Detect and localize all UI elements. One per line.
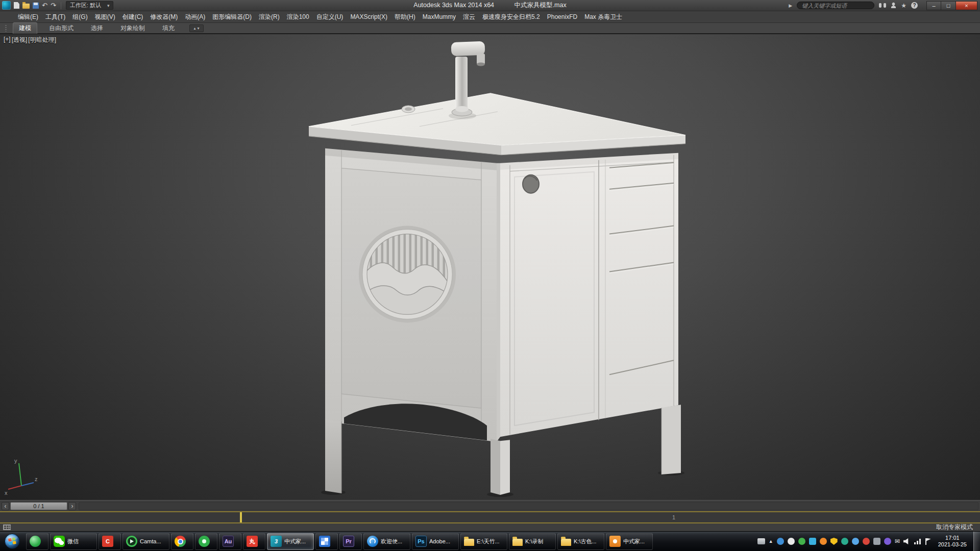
- tray-icon-teal[interactable]: [841, 538, 848, 545]
- redo-icon[interactable]: ↷: [51, 2, 56, 9]
- tray-printer-icon[interactable]: [757, 538, 765, 544]
- time-slider-handle[interactable]: 0 / 1: [10, 502, 67, 510]
- menu-edit[interactable]: 编辑(E): [14, 11, 42, 22]
- close-button[interactable]: ×: [956, 1, 977, 10]
- tab-freeform[interactable]: 自由形式: [43, 23, 79, 34]
- taskbar-3dsmax-document[interactable]: 3中式家...: [267, 533, 314, 550]
- taskbar-blue-tiles-app[interactable]: [315, 533, 338, 550]
- menu-maxscript[interactable]: MAXScript(X): [347, 11, 391, 22]
- tray-hidden-icons-arrow[interactable]: ▲: [769, 539, 773, 544]
- cancel-expert-mode-button[interactable]: 取消专家模式: [936, 523, 973, 532]
- tab-object-paint[interactable]: 对象绘制: [115, 23, 151, 34]
- tray-icon-white[interactable]: [788, 538, 795, 545]
- save-file-icon[interactable]: [33, 3, 39, 9]
- tray-envelope-icon[interactable]: ✉: [895, 538, 900, 544]
- tray-network-icon[interactable]: [914, 539, 921, 544]
- taskbar-wan-app[interactable]: 丸: [243, 533, 265, 550]
- menu-create[interactable]: 创建(C): [119, 11, 147, 22]
- help-icon[interactable]: ?: [911, 2, 918, 9]
- tray-volume-icon[interactable]: [903, 538, 911, 544]
- show-desktop-button[interactable]: [973, 532, 980, 551]
- title-bar: ↶ ↷ 工作区: 默认 ▾ Autodesk 3ds Max 2014 x64 …: [0, 0, 980, 11]
- search-binocular-icon[interactable]: [879, 3, 886, 8]
- tray-icon-skyblue[interactable]: [809, 538, 816, 545]
- ribbon-collapse-icon: ▴: [193, 26, 195, 31]
- photoshop-icon: Ps: [415, 536, 427, 547]
- green-app-icon: [199, 536, 210, 547]
- tab-selection[interactable]: 选择: [85, 23, 109, 34]
- menu-maxmummy[interactable]: MaxMummy: [419, 11, 459, 22]
- signin-icon[interactable]: [891, 3, 896, 8]
- taskbar-app-c[interactable]: C: [99, 533, 121, 550]
- viewport[interactable]: [+] [透视] [明暗处理]: [0, 34, 980, 500]
- taskbar-photoshop[interactable]: PsAdobe...: [412, 533, 459, 550]
- infocenter-expand-icon[interactable]: ▶: [789, 3, 792, 8]
- chevron-down-icon: ▾: [198, 26, 200, 31]
- taskbar-clock[interactable]: 17:01 2021-03-25: [937, 535, 972, 548]
- open-file-icon[interactable]: [22, 4, 30, 9]
- taskbar-folder-luzhi[interactable]: K:\录制: [509, 533, 556, 550]
- tray-icon-orange[interactable]: [820, 538, 827, 545]
- tray-shield-icon[interactable]: [830, 538, 838, 545]
- viewport-menu-general[interactable]: [+]: [4, 36, 11, 44]
- taskbar-premiere[interactable]: Pr: [339, 533, 362, 550]
- ribbon-grip[interactable]: [5, 25, 7, 32]
- 3dsmax-app-icon[interactable]: [2, 1, 11, 10]
- 3dsmax-window: ↶ ↷ 工作区: 默认 ▾ Autodesk 3ds Max 2014 x64 …: [0, 0, 980, 551]
- menu-group[interactable]: 组(G): [69, 11, 91, 22]
- tray-icon-green[interactable]: [798, 538, 805, 545]
- taskbar-audition[interactable]: Au: [219, 533, 241, 550]
- tray-icon-purple[interactable]: [884, 538, 891, 545]
- viewport-menu-pov[interactable]: [透视]: [12, 36, 28, 44]
- menu-graph-editors[interactable]: 图形编辑器(D): [209, 11, 255, 22]
- menu-customize[interactable]: 自定义(U): [313, 11, 347, 22]
- track-bar[interactable]: 1: [0, 511, 980, 523]
- time-slider-track[interactable]: [79, 502, 978, 510]
- tray-flag-icon[interactable]: [925, 538, 931, 545]
- workspace-selector[interactable]: 工作区: 默认 ▾: [66, 1, 114, 10]
- taskbar-image-doc[interactable]: 中式家...: [606, 533, 653, 550]
- menu-tools[interactable]: 工具(T): [42, 11, 69, 22]
- tray-icon-gray[interactable]: [873, 538, 880, 545]
- minimize-button[interactable]: –: [926, 1, 941, 10]
- search-input[interactable]: [797, 2, 874, 9]
- taskbar-pinned-app[interactable]: [26, 533, 48, 550]
- menu-phoenixfd[interactable]: PhoenixFD: [544, 11, 581, 22]
- app-title: Autodesk 3ds Max 2014 x64: [413, 2, 494, 9]
- taskbar-folder-guse[interactable]: K:\古色...: [557, 533, 604, 550]
- menu-help[interactable]: 帮助(H): [391, 11, 419, 22]
- menu-antivirus[interactable]: Max 杀毒卫士: [581, 11, 626, 22]
- menu-slim-archive[interactable]: 极速瘦身安全归档5.2: [479, 11, 544, 22]
- maximize-button[interactable]: □: [941, 1, 956, 10]
- tray-icon-red[interactable]: [863, 538, 870, 545]
- cabinet-3d-model[interactable]: [0, 34, 980, 500]
- menu-xuanyun[interactable]: 渲云: [459, 11, 479, 22]
- tray-icon-blue[interactable]: [777, 538, 784, 545]
- track-bar-key-tick[interactable]: [240, 512, 242, 522]
- tab-populate[interactable]: 填充: [157, 23, 180, 34]
- taskbar-chrome[interactable]: [171, 533, 193, 550]
- taskbar-camtasia[interactable]: Camta...: [122, 533, 169, 550]
- next-frame-button[interactable]: ›: [68, 502, 76, 510]
- menu-rendering[interactable]: 渲染(R): [255, 11, 283, 22]
- tray-icon-lightblue[interactable]: [852, 538, 859, 545]
- taskbar-folder-tianzhu[interactable]: E:\天竹...: [460, 533, 507, 550]
- viewport-menu-shading[interactable]: [明暗处理]: [28, 36, 56, 44]
- previous-frame-button[interactable]: ‹: [2, 502, 9, 510]
- start-button[interactable]: [0, 532, 24, 551]
- taskbar-green-app[interactable]: [195, 533, 217, 550]
- tab-modeling[interactable]: 建模: [13, 22, 37, 34]
- menu-render100[interactable]: 渲染100: [283, 11, 313, 22]
- new-file-icon[interactable]: [14, 2, 19, 9]
- premiere-icon: Pr: [343, 536, 354, 547]
- taskbar-wechat[interactable]: 微信: [50, 533, 97, 550]
- taskbar-welcome[interactable]: 欢迎使...: [363, 533, 410, 550]
- ribbon-collapse-button[interactable]: ▴ ▾: [189, 24, 204, 32]
- favorites-star-icon[interactable]: ★: [901, 3, 906, 9]
- mini-listener-grid-icon[interactable]: [3, 524, 11, 530]
- undo-icon[interactable]: ↶: [42, 2, 47, 9]
- taskbar: 微信 C Camta... Au 丸 3中式家... Pr 欢迎使... PsA…: [0, 531, 980, 551]
- menu-animation[interactable]: 动画(A): [181, 11, 209, 22]
- menu-modifiers[interactable]: 修改器(M): [146, 11, 181, 22]
- menu-views[interactable]: 视图(V): [91, 11, 119, 22]
